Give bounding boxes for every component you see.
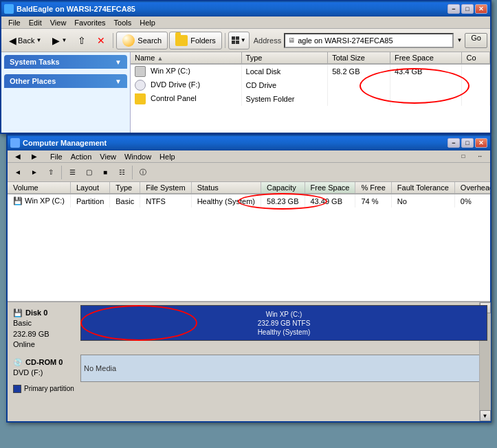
cm-maximize-button[interactable]: □	[461, 138, 474, 148]
toolbar-separator-2	[225, 33, 225, 48]
col-name[interactable]: Name ▲	[131, 52, 241, 64]
cm-col-capacity[interactable]: Capacity	[261, 182, 305, 194]
forward-dropdown-icon: ▼	[61, 37, 67, 43]
view-button[interactable]: ▼	[228, 32, 250, 49]
disk0-label: 💾 Disk 0 Basic 232.89 GB Online	[10, 305, 79, 353]
cm-col-layout[interactable]: Layout	[70, 182, 109, 194]
go-button[interactable]: Go	[465, 33, 487, 48]
cm-tb-window[interactable]: ▢	[81, 165, 96, 180]
back-button[interactable]: ◀ Back ▼	[4, 32, 46, 49]
menu-tools[interactable]: Tools	[110, 18, 136, 27]
cm-fault: No	[391, 194, 454, 208]
cm-col-freespace[interactable]: Free Space	[305, 182, 355, 194]
up-arrow-icon: ⇧	[78, 35, 86, 46]
cm-freespace: 43.49 GB	[305, 194, 355, 208]
cm-volume-name: 💾 Win XP (C:)	[8, 194, 70, 208]
cm-toolbar-sep2	[132, 166, 133, 179]
cm-capacity: 58.23 GB	[261, 194, 305, 208]
minimize-button[interactable]: −	[448, 4, 460, 14]
table-row[interactable]: Win XP (C:) Local Disk 58.2 GB 43.4 GB	[131, 64, 490, 78]
explorer-title: BaldEagle on WARSI-274EFCA85	[16, 5, 448, 13]
up-button[interactable]: ⇧	[73, 32, 91, 49]
cm-col-pct[interactable]: % Free	[355, 182, 391, 194]
search-icon	[122, 34, 135, 47]
cm-tb-up[interactable]: ⇧	[43, 165, 58, 180]
cdrom-name: 💿 CD-ROM 0	[13, 357, 76, 368]
cm-table-row[interactable]: 💾 Win XP (C:) Partition Basic NTFS Healt…	[8, 194, 490, 208]
menu-help[interactable]: Help	[135, 18, 159, 27]
cm-volume-table: Volume Layout Type File System Status Ca…	[8, 182, 490, 208]
col-total[interactable]: Total Size	[328, 52, 390, 64]
cm-menu-window[interactable]: Window	[120, 152, 155, 161]
file-total	[328, 78, 390, 92]
disk0-type: Basic	[13, 318, 76, 328]
menu-edit[interactable]: Edit	[25, 18, 46, 27]
forward-button[interactable]: ▶ ▼	[47, 32, 71, 49]
system-tasks-label: System Tasks	[10, 58, 60, 66]
cm-col-volume[interactable]: Volume	[8, 182, 70, 194]
folders-button[interactable]: Folders	[169, 32, 222, 49]
cm-pct: 74 %	[355, 194, 391, 208]
disk0-bar-label: Win XP (C:) 232.89 GB NTFS Healthy (Syst…	[258, 310, 311, 337]
cm-extra-btn1[interactable]: □	[456, 149, 471, 164]
cm-tb-info[interactable]: ⓘ	[135, 165, 151, 180]
cm-menubar: ◀ ▶ File Action View Window Help □ ↔	[8, 150, 490, 163]
cm-col-fs[interactable]: File System	[140, 182, 191, 194]
search-label: Search	[137, 36, 162, 45]
cm-col-status[interactable]: Status	[191, 182, 261, 194]
cm-nav-back[interactable]: ◀	[10, 149, 25, 164]
address-label: Address	[254, 36, 281, 45]
file-total: 58.2 GB	[328, 64, 390, 78]
cm-icon	[10, 138, 20, 148]
toolbar-separator	[113, 33, 113, 48]
disk0-size: 232.89 GB	[13, 329, 76, 339]
other-places-header[interactable]: Other Places ▼	[4, 74, 127, 88]
close-button[interactable]: ✕	[475, 4, 487, 14]
cm-tb-details[interactable]: ☷	[114, 165, 129, 180]
address-input[interactable]: 🖥 agle on WARSI-274EFCA85	[284, 33, 454, 48]
file-table: Name ▲ Type Total Size Free Space Co Win…	[131, 52, 490, 106]
col-type[interactable]: Type	[241, 52, 328, 64]
cm-menu-view[interactable]: View	[96, 152, 120, 161]
cm-title: Computer Management	[23, 139, 448, 147]
cm-close-button[interactable]: ✕	[475, 138, 487, 148]
disk0-bar[interactable]: Win XP (C:) 232.89 GB NTFS Healthy (Syst…	[80, 305, 487, 341]
cm-toolbar: ◄ ► ⇧ ☰ ▢ ■ ☷ ⓘ	[8, 163, 490, 182]
cm-nav-fwd[interactable]: ▶	[27, 149, 42, 164]
system-tasks-header[interactable]: System Tasks ▼	[4, 55, 127, 69]
menu-file[interactable]: File	[4, 18, 25, 27]
cm-tb-back[interactable]: ◄	[10, 165, 25, 180]
search-button[interactable]: Search	[116, 32, 168, 49]
cm-toolbar-sep	[61, 166, 62, 179]
cm-menu-help[interactable]: Help	[155, 152, 179, 161]
menu-view[interactable]: View	[46, 18, 71, 27]
cdrom-label: 💿 CD-ROM 0 DVD (F:)	[10, 355, 79, 382]
cm-extra-btn2[interactable]: ↔	[472, 149, 487, 164]
cm-minimize-button[interactable]: −	[448, 138, 460, 148]
cm-menu-file[interactable]: File	[46, 152, 67, 161]
delete-button[interactable]: ✕	[92, 32, 110, 49]
cm-overhead: 0%	[454, 194, 490, 208]
col-co[interactable]: Co	[462, 52, 490, 64]
table-row[interactable]: Control Panel System Folder	[131, 92, 490, 106]
cm-col-type[interactable]: Type	[110, 182, 140, 194]
legend-box-icon	[13, 385, 21, 393]
col-free[interactable]: Free Space	[390, 52, 462, 64]
cm-tb-fwd[interactable]: ►	[27, 165, 42, 180]
cm-col-overhead[interactable]: Overhead	[454, 182, 490, 194]
cm-drive-icon: 💾	[13, 197, 23, 205]
cm-tb-show-hide[interactable]: ☰	[65, 165, 80, 180]
folder-icon	[135, 93, 146, 104]
table-row[interactable]: DVD Drive (F:) CD Drive	[131, 78, 490, 92]
cm-tb-list[interactable]: ■	[98, 165, 113, 180]
maximize-button[interactable]: □	[461, 4, 474, 14]
cm-menu-action[interactable]: Action	[67, 152, 96, 161]
explorer-menubar: File Edit View Favorites Tools Help	[1, 16, 490, 29]
primary-legend: Primary partition	[8, 383, 490, 394]
cm-col-fault[interactable]: Fault Tolerance	[391, 182, 454, 194]
menu-favorites[interactable]: Favorites	[70, 18, 109, 27]
right-panel: Name ▲ Type Total Size Free Space Co Win…	[131, 52, 490, 133]
file-type: CD Drive	[241, 78, 328, 92]
disk0-status: Online	[13, 339, 76, 350]
scroll-down-button[interactable]: ▼	[480, 410, 491, 421]
